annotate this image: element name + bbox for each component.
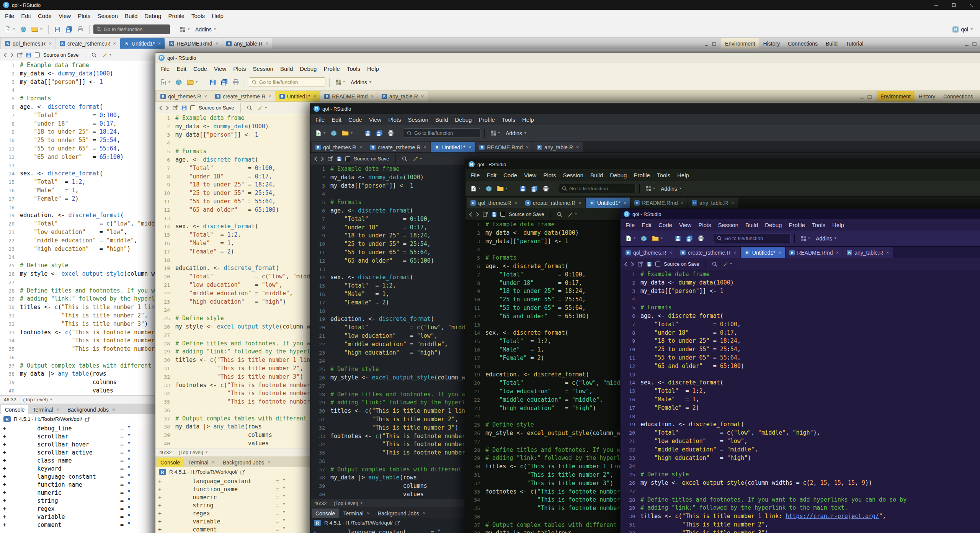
save-button[interactable] (518, 184, 528, 193)
open-in-window-icon[interactable] (638, 262, 643, 266)
tab-create-rstheme-r[interactable]: Rcreate_rstheme.R× (211, 91, 275, 101)
forward-icon[interactable] (166, 106, 169, 110)
menu-file[interactable]: File (2, 11, 18, 20)
tab-console[interactable]: Console (157, 458, 184, 467)
new-project-button[interactable] (174, 78, 184, 87)
code-tools-button[interactable] (411, 155, 424, 163)
menu-view[interactable]: View (366, 115, 385, 124)
pane-minimize-icon[interactable] (704, 42, 709, 46)
find-icon[interactable] (712, 262, 717, 267)
print-button[interactable] (696, 234, 706, 243)
new-project-button[interactable] (639, 234, 649, 243)
close-tab-icon[interactable]: × (624, 200, 627, 206)
menu-plots[interactable]: Plots (230, 64, 249, 73)
save-icon[interactable] (181, 105, 187, 111)
open-in-window-icon[interactable] (328, 156, 333, 161)
pane-maximize-icon[interactable] (867, 95, 872, 99)
open-file-button[interactable] (340, 129, 355, 137)
new-file-button[interactable] (314, 128, 328, 138)
tab-history[interactable]: History (760, 38, 784, 49)
menu-debug[interactable]: Debug (296, 64, 320, 73)
tab-any-table-r[interactable]: Rany_table.R× (843, 247, 893, 258)
workspace-panes-button[interactable] (799, 234, 812, 243)
workspace-panes-button[interactable] (178, 25, 192, 34)
close-tab-icon[interactable]: × (526, 144, 529, 150)
menu-file[interactable]: File (312, 115, 328, 124)
close-tab-icon[interactable]: × (216, 41, 219, 46)
menu-plots[interactable]: Plots (695, 221, 714, 229)
menu-code[interactable]: Code (655, 221, 676, 229)
tab-readme-rmd[interactable]: RREADME.Rmd× (475, 142, 532, 152)
close-tab-icon[interactable]: × (578, 200, 581, 206)
new-file-button[interactable] (158, 77, 173, 87)
tab-tutorial[interactable]: Tutorial (842, 38, 867, 49)
menu-debug[interactable]: Debug (761, 221, 785, 229)
menu-tools[interactable]: Tools (808, 221, 829, 229)
close-tab-icon[interactable]: × (56, 407, 59, 412)
menu-profile[interactable]: Profile (165, 11, 188, 20)
tab-background-jobs[interactable]: Background Jobs× (219, 458, 274, 467)
goto-file-input[interactable] (259, 79, 322, 85)
new-project-button[interactable] (329, 129, 339, 138)
close-tab-icon[interactable]: × (268, 459, 271, 465)
goto-file-search[interactable] (93, 25, 170, 34)
source-on-save-checkbox[interactable] (500, 212, 505, 217)
save-button[interactable] (52, 25, 62, 34)
close-tab-icon[interactable]: × (359, 144, 362, 150)
menu-help[interactable]: Help (208, 11, 227, 20)
forward-icon[interactable] (321, 157, 324, 161)
goto-file-input[interactable] (414, 130, 477, 136)
goto-file-search[interactable] (714, 234, 791, 243)
addins-button[interactable]: Addins (348, 78, 374, 87)
tab-terminal[interactable]: Terminal× (29, 405, 63, 414)
save-button[interactable] (673, 234, 683, 243)
menu-code[interactable]: Code (34, 11, 55, 20)
menu-help[interactable]: Help (519, 115, 537, 124)
tab-qol-themes-r[interactable]: Rqol_themes.R× (622, 247, 676, 258)
goto-file-input[interactable] (724, 235, 787, 241)
menu-plots[interactable]: Plots (74, 11, 94, 20)
close-tab-icon[interactable]: × (423, 510, 426, 516)
goto-file-input[interactable] (104, 26, 167, 32)
save-icon[interactable] (492, 212, 497, 217)
menu-code[interactable]: Code (345, 115, 366, 124)
tab-any-table-r[interactable]: Rany_table.R× (533, 142, 583, 152)
tab-environment[interactable]: Environment (721, 38, 759, 49)
tab-untitled1[interactable]: RUntitled1*× (741, 247, 785, 258)
save-all-button[interactable] (529, 184, 540, 193)
tab-readme-rmd[interactable]: RREADME.Rmd× (630, 198, 688, 208)
new-file-button[interactable] (624, 234, 638, 243)
close-tab-icon[interactable]: × (266, 41, 269, 46)
addins-button[interactable]: Addins (813, 234, 839, 243)
back-icon[interactable] (624, 262, 627, 266)
code-tools-button[interactable] (100, 51, 114, 59)
menu-tools[interactable]: Tools (498, 115, 519, 124)
tab-readme-rmd[interactable]: RREADME.Rmd× (320, 91, 377, 101)
code-tools-button[interactable] (721, 260, 734, 268)
menu-session[interactable]: Session (94, 11, 121, 20)
close-tab-icon[interactable]: × (112, 407, 115, 412)
goto-file-input[interactable] (569, 186, 632, 191)
print-button[interactable] (386, 129, 396, 137)
tab-console[interactable]: Console (1, 405, 28, 414)
tab-build[interactable]: Build (822, 38, 841, 49)
close-tab-icon[interactable]: × (681, 200, 684, 206)
close-tab-icon[interactable]: × (514, 200, 517, 206)
close-tab-icon[interactable]: × (576, 144, 579, 150)
tab-terminal[interactable]: Terminal× (184, 458, 219, 467)
close-tab-icon[interactable]: × (733, 250, 737, 255)
menu-profile[interactable]: Profile (475, 115, 498, 124)
print-button[interactable] (541, 184, 551, 193)
menu-tools[interactable]: Tools (343, 64, 364, 73)
menu-plots[interactable]: Plots (540, 171, 559, 180)
menu-help[interactable]: Help (364, 64, 382, 73)
code-tools-button[interactable] (256, 104, 269, 112)
find-icon[interactable] (402, 156, 407, 162)
project-menu-button[interactable]: R qol (949, 25, 977, 34)
forward-icon[interactable] (631, 262, 634, 266)
code-tools-button[interactable] (566, 210, 579, 219)
new-project-button[interactable] (484, 184, 494, 193)
close-button[interactable] (962, 0, 980, 10)
external-link-icon[interactable] (85, 417, 90, 422)
open-in-window-icon[interactable] (483, 212, 488, 217)
